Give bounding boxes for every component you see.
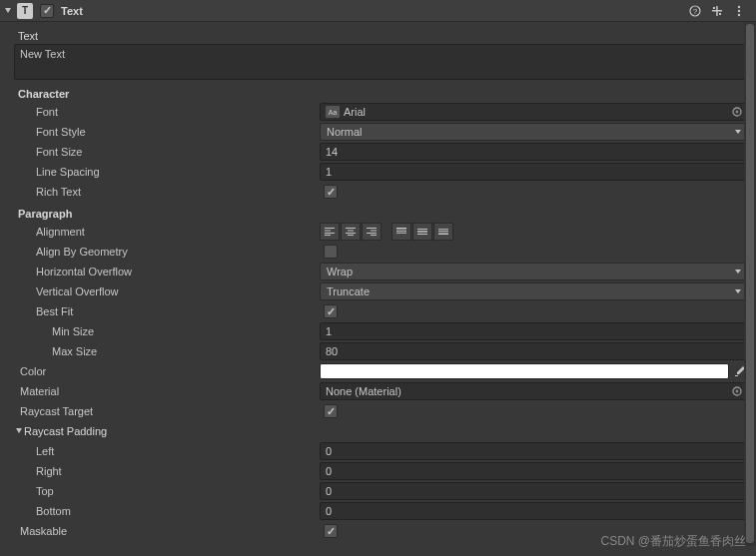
best-fit-checkbox[interactable]: [324, 304, 338, 318]
chevron-down-icon: [733, 129, 743, 135]
scrollbar[interactable]: [744, 22, 756, 546]
svg-rect-14: [325, 235, 331, 236]
v-overflow-dropdown[interactable]: Truncate: [320, 282, 748, 300]
material-label: Material: [14, 385, 320, 397]
chevron-down-icon: [733, 269, 743, 275]
svg-rect-32: [735, 375, 738, 376]
maskable-checkbox[interactable]: [324, 524, 338, 538]
padding-top-input[interactable]: [320, 482, 748, 500]
v-overflow-label: Vertical Overflow: [14, 285, 320, 297]
svg-rect-11: [325, 228, 335, 229]
svg-rect-25: [396, 233, 406, 234]
svg-rect-20: [371, 231, 377, 232]
component-enable-checkbox[interactable]: [40, 4, 54, 18]
h-overflow-label: Horizontal Overflow: [14, 266, 320, 278]
chevron-down-icon: [733, 288, 743, 294]
svg-rect-18: [348, 235, 354, 236]
svg-rect-23: [396, 228, 406, 230]
font-field[interactable]: Aa Arial: [320, 103, 748, 121]
watermark: CSDN @番茄炒蛋鱼香肉丝: [600, 533, 746, 550]
scrollbar-thumb[interactable]: [746, 24, 754, 543]
svg-rect-19: [367, 228, 377, 229]
padding-bottom-label: Bottom: [14, 505, 320, 517]
padding-left-label: Left: [14, 445, 320, 457]
svg-point-10: [736, 111, 739, 114]
padding-right-input[interactable]: [320, 462, 748, 480]
min-size-label: Min Size: [14, 325, 320, 337]
svg-rect-5: [719, 13, 721, 15]
line-spacing-label: Line Spacing: [14, 166, 320, 178]
svg-rect-12: [325, 231, 331, 232]
font-size-input[interactable]: [320, 143, 748, 161]
svg-point-7: [738, 9, 740, 11]
padding-left-input[interactable]: [320, 442, 748, 460]
font-value: Arial: [344, 106, 730, 118]
text-input[interactable]: New Text: [14, 44, 748, 80]
best-fit-label: Best Fit: [14, 305, 320, 317]
align-bottom-button[interactable]: [433, 223, 453, 241]
component-foldout[interactable]: [2, 5, 14, 17]
h-overflow-dropdown[interactable]: Wrap: [320, 263, 748, 280]
font-style-label: Font Style: [14, 126, 320, 138]
rich-text-checkbox[interactable]: [324, 185, 338, 199]
align-center-button[interactable]: [341, 223, 361, 241]
raycast-padding-foldout[interactable]: [14, 427, 24, 435]
max-size-input[interactable]: [320, 342, 748, 360]
svg-rect-16: [348, 231, 354, 232]
svg-point-6: [738, 5, 740, 7]
rich-text-label: Rich Text: [14, 186, 320, 198]
horizontal-align-group: [320, 223, 381, 241]
min-size-input[interactable]: [320, 322, 748, 340]
svg-rect-26: [417, 229, 427, 230]
raycast-target-checkbox[interactable]: [324, 404, 338, 418]
padding-right-label: Right: [14, 465, 320, 477]
font-picker-icon[interactable]: [730, 105, 744, 119]
svg-rect-15: [346, 228, 356, 229]
align-geometry-checkbox[interactable]: [324, 245, 338, 259]
material-picker-icon[interactable]: [730, 384, 744, 398]
svg-rect-30: [438, 231, 448, 232]
color-field[interactable]: [320, 363, 729, 379]
font-style-dropdown[interactable]: Normal: [320, 123, 748, 141]
component-header: T Text ?: [0, 0, 756, 22]
component-type-icon: T: [17, 3, 33, 19]
font-label: Font: [14, 106, 320, 118]
svg-rect-22: [371, 235, 377, 236]
raycast-padding-label: Raycast Padding: [24, 425, 107, 437]
padding-bottom-input[interactable]: [320, 502, 748, 520]
align-top-button[interactable]: [391, 223, 411, 241]
align-left-button[interactable]: [320, 223, 340, 241]
color-label: Color: [14, 365, 320, 377]
menu-icon[interactable]: [731, 3, 747, 19]
padding-top-label: Top: [14, 485, 320, 497]
svg-rect-31: [438, 234, 448, 236]
svg-rect-27: [417, 231, 427, 233]
raycast-target-label: Raycast Target: [14, 405, 320, 417]
svg-rect-17: [346, 233, 356, 234]
svg-rect-4: [713, 7, 715, 9]
character-header: Character: [18, 88, 748, 100]
text-label: Text: [18, 30, 748, 42]
paragraph-header: Paragraph: [18, 208, 748, 220]
vertical-align-group: [391, 223, 453, 241]
maskable-label: Maskable: [14, 525, 320, 537]
component-body: Text New Text Character Font Aa Arial Fo…: [0, 22, 756, 545]
alignment-label: Alignment: [14, 226, 320, 238]
align-right-button[interactable]: [362, 223, 381, 241]
svg-rect-28: [417, 234, 427, 235]
svg-rect-29: [438, 229, 448, 230]
svg-rect-24: [396, 231, 406, 232]
svg-text:?: ?: [693, 7, 698, 16]
help-icon[interactable]: ?: [687, 3, 703, 19]
line-spacing-input[interactable]: [320, 163, 748, 181]
svg-rect-3: [716, 6, 718, 16]
align-middle-button[interactable]: [412, 223, 432, 241]
svg-rect-13: [325, 233, 335, 234]
svg-rect-21: [367, 233, 377, 234]
text-component: T Text ? Text New Text Character Font Aa…: [0, 0, 756, 551]
material-field[interactable]: None (Material): [320, 382, 748, 400]
preset-icon[interactable]: [709, 3, 725, 19]
font-type-icon: Aa: [326, 106, 340, 118]
svg-point-34: [736, 390, 739, 393]
svg-point-8: [738, 13, 740, 15]
